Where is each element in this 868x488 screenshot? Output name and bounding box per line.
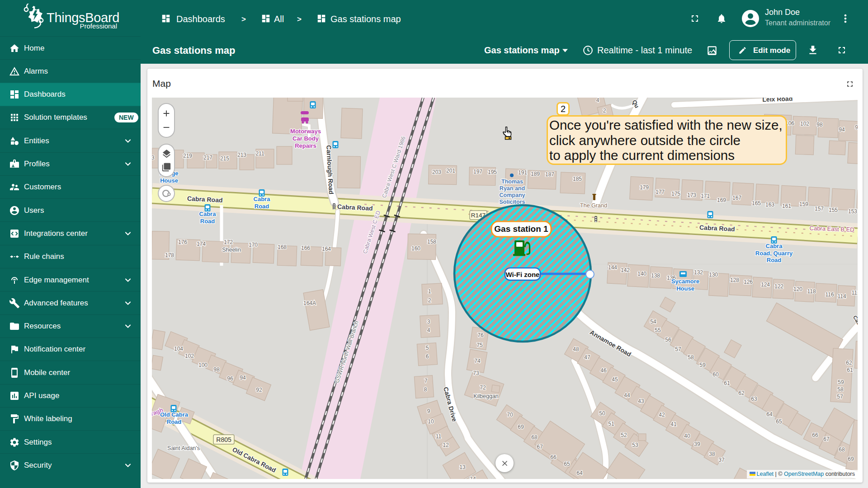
svg-text:185: 185 [573,176,582,182]
svg-text:157: 157 [815,206,824,212]
svg-text:100: 100 [198,362,208,368]
svg-text:52: 52 [621,432,627,438]
svg-text:1: 1 [428,288,431,295]
svg-text:39: 39 [694,441,700,447]
svg-text:44: 44 [624,392,630,399]
svg-text:166: 166 [301,245,310,251]
svg-text:215: 215 [220,155,229,162]
svg-text:5: 5 [426,345,429,351]
svg-text:65: 65 [564,461,570,467]
svg-text:68: 68 [531,434,538,441]
svg-text:116: 116 [825,291,834,298]
svg-text:138: 138 [651,272,660,279]
svg-text:Old Cabra: Old Cabra [160,411,189,418]
svg-text:48: 48 [573,346,579,352]
svg-text:55: 55 [655,327,661,333]
svg-text:92: 92 [855,124,858,131]
svg-text:70: 70 [507,412,513,418]
svg-text:12: 12 [443,442,449,448]
svg-text:142: 142 [621,267,630,273]
svg-text:169: 169 [717,197,726,203]
svg-text:217: 217 [203,155,212,161]
svg-text:Thomas: Thomas [501,178,523,185]
svg-text:House: House [676,285,694,292]
svg-text:126: 126 [744,279,753,285]
svg-text:178: 178 [165,252,174,258]
svg-text:Road: Road [167,418,182,425]
svg-text:Ryan and: Ryan and [500,185,525,192]
svg-text:164A: 164A [303,300,316,306]
svg-text:155: 155 [829,207,838,213]
svg-text:189: 189 [531,171,540,177]
svg-text:13: 13 [459,464,466,470]
svg-text:201: 201 [446,168,455,174]
svg-text:213: 213 [237,152,246,158]
svg-text:168: 168 [278,244,287,250]
svg-text:The Grand: The Grand [580,202,607,209]
svg-text:72: 72 [480,385,486,391]
svg-text:37: 37 [718,457,725,463]
svg-text:Motorways: Motorways [290,128,321,135]
svg-text:4: 4 [596,98,599,103]
svg-text:Road: Road [255,203,269,210]
svg-text:163: 163 [765,202,774,208]
svg-text:160: 160 [411,245,420,252]
svg-text:Wi-Fi zone: Wi-Fi zone [506,271,540,278]
svg-text:164: 164 [322,246,331,252]
svg-text:61: 61 [724,380,730,386]
svg-text:104: 104 [174,346,183,352]
svg-text:45: 45 [612,376,618,383]
svg-text:122: 122 [774,283,783,290]
svg-text:59: 59 [699,362,706,368]
svg-text:2: 2 [428,297,431,304]
svg-text:75: 75 [476,342,483,348]
svg-text:7: 7 [425,378,428,384]
svg-text:3: 3 [152,155,155,161]
svg-text:House: House [160,177,178,184]
svg-text:Cabra: Cabra [254,196,271,202]
svg-text:60: 60 [712,371,719,378]
svg-text:14: 14 [470,476,476,479]
svg-text:167: 167 [732,195,741,201]
svg-text:43: 43 [638,398,644,404]
svg-text:76: 76 [477,332,484,338]
svg-text:66: 66 [550,454,557,460]
svg-text:10: 10 [428,418,434,425]
svg-text:Kilbeggan: Kilbeggan [473,393,499,399]
svg-text:191: 191 [518,169,527,176]
svg-text:173: 173 [687,192,696,198]
svg-text:94: 94 [839,127,845,133]
svg-text:57: 57 [837,394,843,400]
svg-text:174: 174 [197,241,206,247]
svg-text:171: 171 [701,193,710,199]
svg-text:92: 92 [256,387,262,393]
svg-text:53: 53 [632,442,638,448]
svg-text:203: 203 [432,169,441,175]
svg-text:118: 118 [807,288,816,295]
svg-text:Professional: Professional [80,22,117,30]
svg-text:Sycamore: Sycamore [671,278,699,285]
svg-text:176: 176 [178,239,187,245]
svg-text:6: 6 [426,353,429,360]
svg-text:98: 98 [816,122,823,128]
svg-text:64: 64 [576,470,583,476]
svg-text:56: 56 [665,337,671,343]
svg-text:3: 3 [427,319,430,325]
svg-text:58: 58 [837,386,844,393]
svg-text:50: 50 [599,410,605,417]
svg-text:158: 158 [427,239,436,245]
svg-text:179: 179 [640,184,649,191]
svg-text:140: 140 [637,271,646,277]
svg-text:Road, Quarry: Road, Quarry [755,250,793,257]
svg-text:R805: R805 [216,436,231,443]
svg-text:69: 69 [518,424,524,430]
svg-text:177: 177 [656,189,665,195]
svg-text:73: 73 [473,370,479,376]
svg-text:187: 187 [545,171,554,178]
svg-text:120: 120 [793,286,802,292]
svg-text:66: 66 [812,432,818,438]
svg-text:Repairs: Repairs [295,142,316,149]
svg-text:Road: Road [200,218,215,225]
svg-text:64: 64 [766,411,773,418]
svg-text:51: 51 [608,421,614,427]
